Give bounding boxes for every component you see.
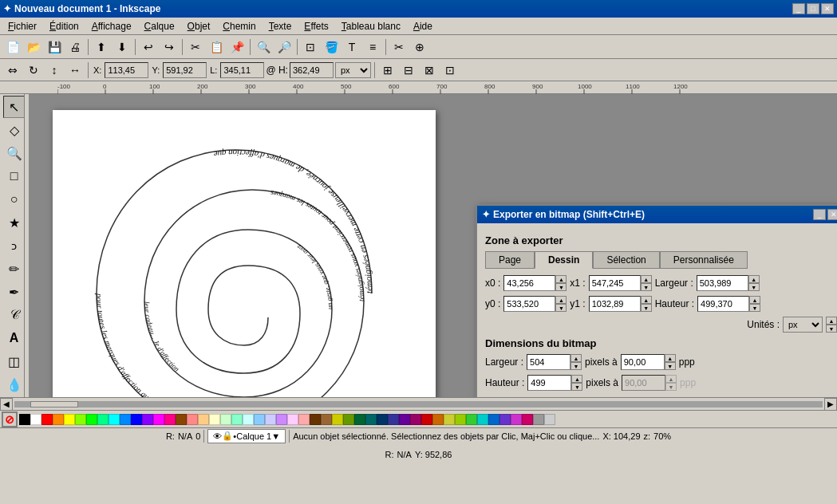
y0-down[interactable]: ▼ (555, 304, 567, 312)
scroll-thumb-h[interactable] (30, 401, 78, 408)
snap-page-button[interactable]: ⊠ (420, 61, 439, 80)
print-button[interactable]: 🖨 (65, 37, 85, 57)
color-swatch[interactable] (19, 414, 30, 425)
color-swatch[interactable] (522, 414, 533, 425)
color-swatch[interactable] (120, 414, 131, 425)
largeur-input[interactable] (697, 275, 748, 291)
y0-arrows[interactable]: ▲ ▼ (555, 296, 567, 312)
bitmap-hauteur-arrows[interactable]: ▲ ▼ (571, 375, 582, 391)
horizontal-scrollbar[interactable]: ◀ ▶ (0, 397, 837, 410)
color-swatch[interactable] (399, 414, 410, 425)
x-input[interactable] (105, 62, 148, 78)
snap-bbox-button[interactable]: ⊟ (399, 61, 418, 80)
redo-button[interactable]: ↪ (160, 37, 179, 57)
color-swatch[interactable] (265, 414, 276, 425)
color-swatch[interactable] (287, 414, 298, 425)
gradient-tool-button[interactable]: ◫ (3, 350, 26, 372)
color-swatch[interactable] (220, 414, 231, 425)
color-swatch[interactable] (388, 414, 399, 425)
open-button[interactable]: 📂 (24, 37, 43, 57)
largeur-arrows[interactable]: ▲ ▼ (748, 275, 760, 291)
color-swatch[interactable] (410, 414, 421, 425)
canvas-area[interactable]: témoignées en cette merveilleuse journée… (29, 94, 837, 397)
color-swatch[interactable] (544, 414, 555, 425)
bitmap-largeur-input[interactable] (527, 354, 571, 370)
color-swatch[interactable] (254, 414, 265, 425)
transform-button[interactable]: ⇔ (3, 61, 22, 80)
layer-dropdown-icon[interactable]: ▼ (271, 431, 280, 441)
color-swatch[interactable] (488, 414, 499, 425)
ppp1-input[interactable] (621, 354, 665, 370)
color-swatch[interactable] (499, 414, 511, 425)
color-swatch[interactable] (321, 414, 332, 425)
tab-dessin[interactable]: Dessin (535, 251, 593, 269)
color-swatch[interactable] (243, 414, 254, 425)
bitmap-hauteur-down[interactable]: ▼ (571, 383, 582, 391)
scroll-track-h[interactable] (14, 401, 823, 408)
y1-up[interactable]: ▲ (641, 296, 652, 304)
color-swatch[interactable] (64, 414, 75, 425)
color-swatch[interactable] (455, 414, 466, 425)
color-swatch[interactable] (153, 414, 164, 425)
tab-selection[interactable]: Sélection (593, 251, 659, 269)
y-input[interactable] (163, 62, 207, 78)
snap-guide-button[interactable]: ⊡ (440, 61, 460, 80)
ppp1-arrows[interactable]: ▲ ▼ (665, 354, 676, 370)
color-swatch[interactable] (75, 414, 86, 425)
select-all-button[interactable]: ⊡ (301, 37, 320, 57)
color-swatch[interactable] (276, 414, 287, 425)
bitmap-largeur-down[interactable]: ▼ (571, 362, 582, 370)
scroll-right-button[interactable]: ▶ (824, 398, 837, 411)
align-button[interactable]: ≡ (363, 37, 382, 57)
no-color-swatch[interactable]: ⊘ (2, 411, 18, 427)
h-input[interactable] (290, 62, 334, 78)
ellipse-tool-button[interactable]: ○ (3, 188, 26, 211)
color-swatch[interactable] (466, 414, 477, 425)
y0-input[interactable] (503, 296, 555, 312)
color-swatch[interactable] (343, 414, 354, 425)
y0-up[interactable]: ▲ (555, 296, 567, 304)
y1-input[interactable] (589, 296, 641, 312)
new-button[interactable]: 📄 (3, 37, 22, 57)
x0-up[interactable]: ▲ (555, 275, 567, 283)
color-swatch[interactable] (109, 414, 120, 425)
paste-button[interactable]: 📌 (227, 37, 247, 57)
menu-texte[interactable]: Texte (263, 19, 298, 33)
color-swatch[interactable] (365, 414, 377, 425)
unites-up[interactable]: ▲ (826, 317, 837, 325)
color-swatch[interactable] (332, 414, 343, 425)
snap-button[interactable]: ⊕ (410, 37, 429, 57)
menu-objet[interactable]: Objet (181, 19, 217, 33)
color-swatch[interactable] (176, 414, 187, 425)
copy-button[interactable]: 📋 (207, 37, 226, 57)
menu-edition[interactable]: Édition (43, 19, 85, 33)
pen-tool-button[interactable]: ✒ (3, 281, 26, 303)
color-swatch[interactable] (86, 414, 97, 425)
spiral-tool-button[interactable]: ↄ (3, 234, 26, 257)
star-tool-button[interactable]: ★ (3, 211, 26, 234)
color-swatch[interactable] (511, 414, 522, 425)
ppp1-up[interactable]: ▲ (665, 354, 676, 362)
x0-input[interactable] (503, 275, 555, 291)
menu-fichier[interactable]: Fichier (2, 19, 43, 33)
menu-aide[interactable]: Aide (407, 19, 439, 33)
color-swatch[interactable] (198, 414, 209, 425)
cut-button[interactable]: ✂ (186, 37, 205, 57)
fill-button[interactable]: 🪣 (322, 37, 341, 57)
tab-page[interactable]: Page (485, 251, 535, 269)
x1-up[interactable]: ▲ (641, 275, 652, 283)
rect-tool-button[interactable]: □ (3, 165, 26, 187)
dialog-controls[interactable]: _ ✕ (813, 209, 837, 220)
undo-button[interactable]: ↩ (139, 37, 158, 57)
color-swatch[interactable] (131, 414, 142, 425)
x1-input[interactable] (589, 275, 641, 291)
color-swatch[interactable] (444, 414, 455, 425)
y1-down[interactable]: ▼ (641, 304, 652, 312)
menu-calque[interactable]: Calque (138, 19, 181, 33)
menu-chemin[interactable]: Chemin (216, 19, 262, 33)
flip-h-button[interactable]: ↕ (45, 61, 64, 80)
bitmap-hauteur-input[interactable] (527, 375, 571, 391)
rotate-button[interactable]: ↻ (24, 61, 43, 80)
color-swatch[interactable] (41, 414, 53, 425)
y1-arrows[interactable]: ▲ ▼ (641, 296, 652, 312)
